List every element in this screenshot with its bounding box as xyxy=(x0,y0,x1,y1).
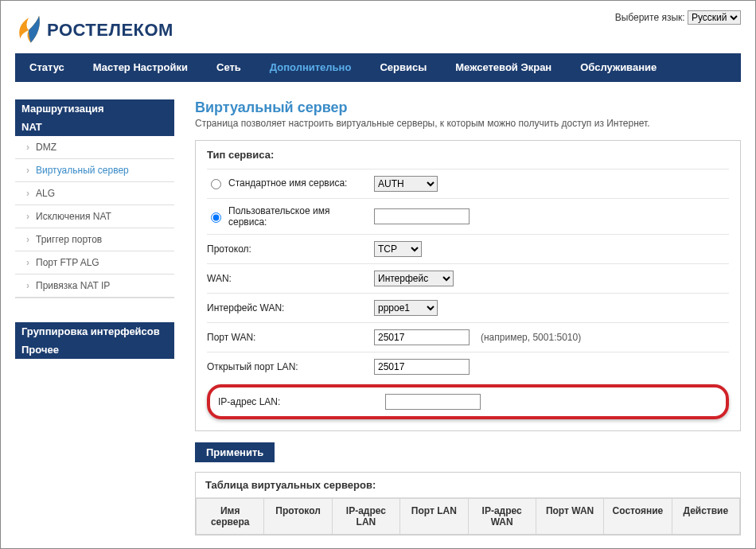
sidebar-group-iface-grouping[interactable]: Группировка интерфейсов xyxy=(15,322,174,341)
wan-select[interactable]: Интерфейс xyxy=(374,271,454,286)
col-server-name: Имя сервера xyxy=(196,498,264,535)
service-type-form: Тип сервиса: Стандартное имя сервиса: AU… xyxy=(195,140,741,431)
col-lan-ip: IP-адрес LAN xyxy=(333,498,400,535)
language-selector: Выберите язык: Русский xyxy=(615,10,741,25)
sidebar-item-nat-exclude[interactable]: Исключения NAT xyxy=(15,205,174,228)
custom-service-input[interactable] xyxy=(374,208,470,224)
wan-interface-label: Интерфейс WAN: xyxy=(207,302,366,313)
lan-ip-label: IP-адрес LAN: xyxy=(218,396,377,407)
wan-port-label: Порт WAN: xyxy=(207,332,366,343)
sidebar-item-dmz[interactable]: DMZ xyxy=(15,136,174,159)
logo-icon xyxy=(15,14,42,47)
custom-service-radio-label[interactable]: Пользовательское имя сервиса: xyxy=(207,205,366,228)
brand-name: Ростелеком xyxy=(47,20,173,41)
sidebar-item-alg[interactable]: ALG xyxy=(15,182,174,205)
language-label: Выберите язык: xyxy=(615,12,685,23)
sidebar-item-virtual-server[interactable]: Виртуальный сервер xyxy=(15,159,174,182)
col-action: Действие xyxy=(672,498,740,535)
lan-ip-highlight: IP-адрес LAN: xyxy=(207,384,729,419)
apply-button[interactable]: Применить xyxy=(195,442,275,462)
col-protocol: Протокол xyxy=(264,498,332,535)
wan-interface-select[interactable]: pppoe1 xyxy=(374,300,438,316)
sidebar-group-nat[interactable]: NAT xyxy=(15,118,174,136)
col-lan-port: Порт LAN xyxy=(400,498,468,535)
nav-network[interactable]: Сеть xyxy=(202,53,255,82)
lan-port-input[interactable] xyxy=(374,359,470,375)
lan-port-label: Открытый порт LAN: xyxy=(207,361,366,372)
std-service-select[interactable]: AUTH xyxy=(374,176,438,192)
nav-services[interactable]: Сервисы xyxy=(365,53,441,82)
sidebar-group-other[interactable]: Прочее xyxy=(15,341,174,359)
wan-port-hint: (например, 5001:5010) xyxy=(481,332,581,343)
nav-status[interactable]: Статус xyxy=(15,53,79,82)
protocol-label: Протокол: xyxy=(207,243,366,255)
std-service-radio[interactable] xyxy=(211,179,221,189)
col-wan-ip: IP-адрес WAN xyxy=(469,498,536,535)
lan-ip-input[interactable] xyxy=(385,394,481,410)
col-state: Состояние xyxy=(604,498,672,535)
virtual-servers-table: Таблица виртуальных серверов: Имя сервер… xyxy=(195,472,741,535)
nav-firewall[interactable]: Межсетевой Экран xyxy=(441,53,566,82)
language-select[interactable]: Русский xyxy=(688,10,741,25)
form-legend: Тип сервиса: xyxy=(207,149,729,161)
sidebar-item-port-trigger[interactable]: Триггер портов xyxy=(15,228,174,251)
std-service-radio-label[interactable]: Стандартное имя сервиса: xyxy=(207,177,347,189)
main-nav: Статус Мастер Настройки Сеть Дополнитель… xyxy=(15,53,741,82)
sidebar-item-ftp-alg-port[interactable]: Порт FTP ALG xyxy=(15,251,174,274)
nav-advanced[interactable]: Дополнительно xyxy=(255,53,366,82)
sidebar-group-routing[interactable]: Маршрутизация xyxy=(15,99,174,118)
page-title: Виртуальный сервер xyxy=(195,99,741,116)
table-legend: Таблица виртуальных серверов: xyxy=(196,473,740,498)
wan-label: WAN: xyxy=(207,273,366,284)
protocol-select[interactable]: TCP xyxy=(374,241,422,257)
sidebar: Маршрутизация NAT DMZ Виртуальный сервер… xyxy=(15,99,174,535)
custom-service-radio[interactable] xyxy=(211,212,221,223)
col-wan-port: Порт WAN xyxy=(536,498,604,535)
nav-wizard[interactable]: Мастер Настройки xyxy=(79,53,202,82)
nav-maintenance[interactable]: Обслуживание xyxy=(566,53,671,82)
wan-port-input[interactable] xyxy=(374,329,470,345)
brand-logo: Ростелеком xyxy=(15,14,173,47)
page-description: Страница позволяет настроить виртуальные… xyxy=(195,118,741,129)
sidebar-item-nat-ip-bind[interactable]: Привязка NAT IP xyxy=(15,274,174,298)
